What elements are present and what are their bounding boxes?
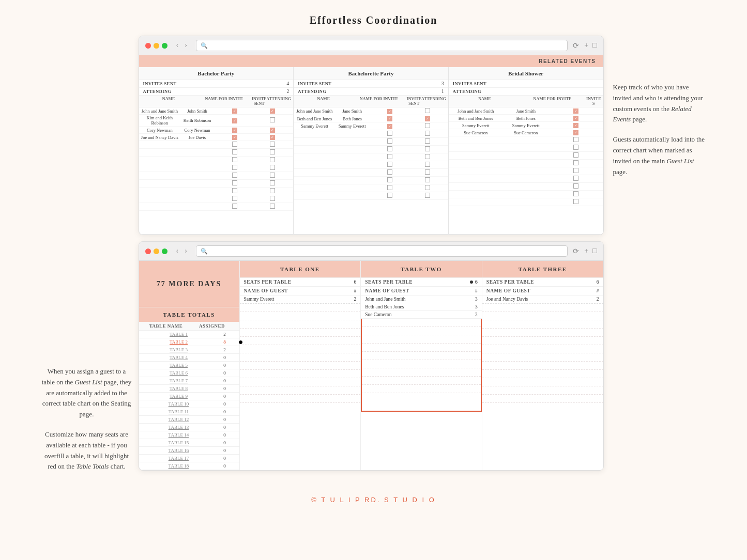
table-row-18: TABLE 18 0 [139,462,239,470]
check-invite[interactable]: ✓ [232,128,237,133]
event-col-bridal: Bridal Shower INVITES SENT ATTENDING NAM… [449,67,603,234]
search-icon-2: 🔍 [201,248,208,255]
dot-green[interactable] [162,43,167,49]
event-col-bachelorette: Bachelorette Party INVITES SENT 3 ATTEND… [294,67,449,234]
browser-actions: + □ [584,41,597,50]
seating-main: 77 MORE DAYS TABLE TOTALS TABLE NAME ASS… [139,261,603,470]
table-two-empty [361,319,482,412]
table-row-12: TABLE 12 0 [139,416,239,424]
table-row-13: TABLE 13 0 [139,424,239,431]
table-three-seats-row: SEATS PER TABLE 6 [482,278,603,287]
window-icon[interactable]: □ [592,41,597,50]
table-two-guest-header: NAME OF GUEST # [361,287,482,295]
bachelor-col-headers: NAME NAME FOR INVITE INVITE SENT ATTENDI… [139,96,294,107]
table-two-guest-1: Beth and Ben Jones 3 [361,303,482,311]
seating-left-panel: 77 MORE DAYS TABLE TOTALS TABLE NAME ASS… [139,261,240,470]
table-row-2: ● TABLE 2 8 ● [139,338,239,346]
bridal-empty [449,136,603,229]
seat-table-two: TABLE TWO SEATS PER TABLE 6 NAME OF GUES… [361,261,482,470]
bachelorette-title: Bachelorette Party [294,67,448,80]
table-one-guest-header: NAME OF GUEST # [240,287,361,295]
bachelor-invites-row: INVITES SENT 4 [139,80,294,88]
bachelor-title: Bachelor Party [139,67,294,80]
search-icon: 🔍 [201,42,208,49]
nav-forward-2[interactable]: › [183,247,189,255]
check-invite[interactable]: ✓ [232,118,237,123]
event-col-bachelor: Bachelor Party INVITES SENT 4 ATTENDING … [139,67,294,234]
table-row-11: TABLE 11 0 [139,408,239,416]
bullet-right: ● [238,337,243,347]
bach-row-2: Sammy Everett Sammy Everett ✓ [294,122,448,130]
table-totals-header: TABLE NAME ASSIGNED [139,322,239,331]
page-title: Effortless Coordination [0,0,747,36]
bridal-col-headers: NAME NAME FOR INVITE INVITE S [449,96,603,107]
table-row-1: TABLE 1 2 [139,331,239,338]
bachelor-empty-rows [139,141,294,234]
dot-yellow[interactable] [154,43,159,49]
nav-forward[interactable]: › [183,41,189,50]
table-row-3: TABLE 3 2 [139,346,239,354]
right-para2: Guests automatically load into the corre… [613,134,707,177]
dot-yellow-2[interactable] [154,248,159,254]
bachelor-rows: John and Jane Smith John Smith ✓ ✓ Kim a… [139,107,294,141]
seating-right-panel: TABLE ONE SEATS PER TABLE 6 NAME OF GUES… [240,261,603,470]
browser-nav-2: ‹ › [175,247,189,255]
center-content: ‹ › 🔍 ⟳ + □ RELATED EVENTS Bachelor Part… [139,36,604,471]
bachelor-stats: INVITES SENT 4 ATTENDING 2 [139,80,294,96]
left-para2: Customize how many seats are available a… [40,429,133,472]
refresh-icon-2[interactable]: ⟳ [573,247,579,256]
browser-dots [145,43,167,49]
bachelor-row-0: John and Jane Smith John Smith ✓ ✓ [139,107,294,115]
check-invite[interactable]: ✓ [232,135,237,140]
table-row-4: TABLE 4 0 [139,354,239,362]
add-tab-icon[interactable]: + [584,41,588,50]
seats-dot [470,281,473,284]
check-attend[interactable] [270,117,275,122]
browser-search-bar[interactable]: 🔍 [196,40,568,51]
countdown-box: 77 MORE DAYS [139,261,239,307]
right-description: Keep track of who you have invited and w… [604,36,707,186]
table-row-15: TABLE 15 0 [139,439,239,447]
seat-table-one: TABLE ONE SEATS PER TABLE 6 NAME OF GUES… [240,261,361,470]
browser-search-bar-2[interactable]: 🔍 [196,245,568,257]
window-icon-2[interactable]: □ [592,247,597,255]
table-one-header: TABLE ONE [240,261,361,278]
footer: © T U L I P RD. S T U D I O [0,481,747,512]
bachelorette-stats: INVITES SENT 3 ATTENDING 1 [294,80,448,96]
nav-back[interactable]: ‹ [175,41,180,50]
bachelorette-col-headers: NAME NAME FOR INVITE INVITE SENT ATTENDI… [294,96,448,107]
events-table: Bachelor Party INVITES SENT 4 ATTENDING … [139,67,603,235]
bridal-rows: John and Jane Smith Jane Smith ✓ Beth an… [449,107,603,136]
table-row-10: TABLE 10 0 [139,400,239,408]
table-row-17: TABLE 17 0 [139,455,239,462]
table-two-seats-row: SEATS PER TABLE 6 [361,278,482,287]
check-attend[interactable]: ✓ [270,128,275,133]
add-tab-icon-2[interactable]: + [584,247,588,255]
dot-red-2[interactable] [145,248,151,254]
refresh-icon[interactable]: ⟳ [573,41,579,50]
table-row-8: TABLE 8 0 [139,385,239,393]
check-invite[interactable]: ✓ [232,108,237,114]
dot-red[interactable] [145,43,151,49]
main-layout: When you assign a guest to a table on th… [0,36,747,481]
bridal-title: Bridal Shower [449,67,603,80]
seat-table-three: TABLE THREE SEATS PER TABLE 6 NAME OF GU… [482,261,603,470]
table-one-guest-0: Sammy Everett 2 [240,295,361,303]
bridal-stats: INVITES SENT ATTENDING [449,80,603,96]
check-attend[interactable]: ✓ [270,108,275,114]
table-row-14: TABLE 14 0 [139,431,239,439]
browser-window-2: ‹ › 🔍 ⟳ + □ 77 MORE DAYS [139,241,604,471]
table-totals-title: TABLE TOTALS [139,307,239,322]
countdown-text: 77 MORE DAYS [157,280,221,288]
table-totals-section: TABLE TOTALS TABLE NAME ASSIGNED TABLE 1… [139,307,239,470]
bach-row-0: John and Jane Smith Jane Smith ✓ [294,107,448,115]
table-two-header: TABLE TWO [361,261,482,278]
check-attend[interactable]: ✓ [270,135,275,140]
dot-green-2[interactable] [162,248,167,254]
table-row-9: TABLE 9 0 [139,393,239,400]
bachelor-row-1: Kim and Keith Robinson Keith Robinson ✓ [139,115,294,127]
table-two-guest-0: John and Jane Smith 3 [361,295,482,303]
table-three-header: TABLE THREE [482,261,603,278]
browser-window-1: ‹ › 🔍 ⟳ + □ RELATED EVENTS Bachelor Part… [139,36,604,235]
nav-back-2[interactable]: ‹ [175,247,180,255]
